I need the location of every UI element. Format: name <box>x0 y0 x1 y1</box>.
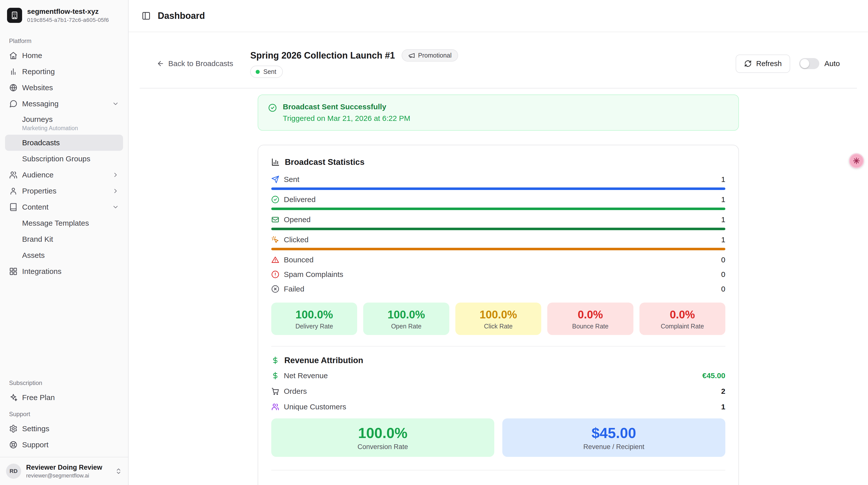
stat-label: Sent <box>284 175 299 184</box>
megaphone-icon <box>408 52 415 59</box>
tile-value: 100.0% <box>271 425 494 441</box>
chevron-right-icon <box>112 171 119 178</box>
bar-chart-icon <box>9 67 18 76</box>
content: Back to Broadcasts Spring 2026 Collectio… <box>129 32 868 485</box>
auto-label: Auto <box>824 59 840 68</box>
rate-label: Delivery Rate <box>271 323 357 330</box>
users-icon <box>9 171 18 179</box>
sidebar-item-message-templates[interactable]: Message Templates <box>5 215 123 231</box>
sidebar-item-broadcasts[interactable]: Broadcasts <box>5 135 123 151</box>
sidebar-item-brand-kit[interactable]: Brand Kit <box>5 231 123 247</box>
floating-presence-widget[interactable] <box>849 153 864 169</box>
user-icon <box>9 187 18 195</box>
rate-tiles: 100.0% Delivery Rate 100.0% Open Rate 10… <box>271 303 725 335</box>
revenue-tiles: 100.0% Conversion Rate $45.00 Revenue / … <box>271 418 725 457</box>
sidebar-item-messaging[interactable]: Messaging <box>5 96 123 112</box>
rate-tile-delivery: 100.0% Delivery Rate <box>271 303 357 335</box>
sidebar-nav: Platform Home Reporting Websites Messagi… <box>0 28 128 457</box>
stat-label: Clicked <box>284 236 308 244</box>
chevron-down-icon <box>112 100 119 107</box>
stat-row-spam-complaints: Spam Complaints 0 <box>271 269 725 280</box>
users-icon <box>271 403 279 411</box>
check-circle-icon <box>271 195 279 204</box>
sidebar-item-settings[interactable]: Settings <box>5 421 123 437</box>
rate-value: 0.0% <box>547 308 633 321</box>
rate-tile-complaint: 0.0% Complaint Rate <box>640 303 725 335</box>
sidebar-item-content[interactable]: Content <box>5 199 123 215</box>
journeys-sublabel: Marketing Automation <box>22 125 119 132</box>
sidebar-spacer <box>5 279 123 374</box>
stat-label: Failed <box>284 285 304 293</box>
rate-label: Open Rate <box>363 323 449 330</box>
chevrons-up-down-icon <box>115 468 122 475</box>
rate-value: 0.0% <box>640 308 725 321</box>
life-buoy-icon <box>9 441 18 449</box>
stat-label: Spam Complaints <box>284 270 343 279</box>
stat-label: Opened <box>284 215 311 224</box>
sidebar-item-reporting[interactable]: Reporting <box>5 64 123 80</box>
user-menu[interactable]: RD Reviewer Doing Review reviewer@segmen… <box>0 457 128 485</box>
workspace-name: segmentflow-test-xyz <box>27 7 109 16</box>
send-icon <box>271 175 279 183</box>
sidebar-item-properties[interactable]: Properties <box>5 183 123 199</box>
sidebar-item-audience[interactable]: Audience <box>5 167 123 183</box>
workspace-id: 019c8545-a7b1-72c6-a605-05f6 <box>27 17 109 23</box>
mail-icon <box>271 216 279 224</box>
globe-icon <box>9 84 18 92</box>
revenue-row-orders: Orders 2 <box>271 386 725 397</box>
topbar: Dashboard <box>129 0 868 32</box>
auto-refresh-toggle[interactable] <box>799 58 819 69</box>
sidebar-item-subscription-groups[interactable]: Subscription Groups <box>5 151 123 167</box>
tile-value: $45.00 <box>502 425 725 441</box>
stat-value: 1 <box>721 195 725 204</box>
sidebar-item-assets[interactable]: Assets <box>5 247 123 263</box>
check-circle-icon <box>268 103 277 112</box>
rate-label: Click Rate <box>455 323 541 330</box>
revenue-label: Orders <box>284 387 307 396</box>
book-icon <box>9 203 18 211</box>
back-to-broadcasts-link[interactable]: Back to Broadcasts <box>157 59 233 68</box>
statistics-card: Broadcast Statistics Sent 1 Delivered 1 <box>258 145 739 485</box>
revenue-label: Net Revenue <box>284 371 328 380</box>
stat-value: 0 <box>721 255 725 264</box>
stat-row-opened: Opened 1 <box>271 214 725 230</box>
sidebar-item-free-plan[interactable]: Free Plan <box>5 390 123 405</box>
chevron-down-icon <box>112 204 119 211</box>
alert-title: Broadcast Sent Successfully <box>283 102 410 111</box>
broadcast-title-block: Spring 2026 Collection Launch #1 Promoti… <box>250 49 458 78</box>
refresh-icon <box>744 60 752 67</box>
gear-icon <box>9 424 18 433</box>
mouse-click-icon <box>271 236 279 244</box>
rate-value: 100.0% <box>455 308 541 321</box>
revenue-value: €45.00 <box>702 371 725 380</box>
statistics-card-title: Broadcast Statistics <box>271 157 725 167</box>
refresh-button[interactable]: Refresh <box>736 55 790 73</box>
sidebar-item-journeys[interactable]: Journeys Marketing Automation <box>5 112 123 135</box>
promotional-badge: Promotional <box>402 49 458 62</box>
workspace-switcher[interactable]: segmentflow-test-xyz 019c8545-a7b1-72c6-… <box>0 0 128 28</box>
sidebar-item-home[interactable]: Home <box>5 48 123 64</box>
sidebar-item-websites[interactable]: Websites <box>5 80 123 96</box>
sidebar-toggle-icon[interactable] <box>142 11 151 20</box>
stat-label: Bounced <box>284 255 313 264</box>
bar-chart-icon <box>271 158 280 166</box>
alert-message: Triggered on Mar 21, 2026 at 6:22 PM <box>283 114 410 123</box>
sparkles-icon <box>9 393 18 402</box>
broadcast-header: Back to Broadcasts Spring 2026 Collectio… <box>129 32 868 78</box>
stat-label: Delivered <box>284 195 316 204</box>
toggle-knob <box>800 59 809 68</box>
dollar-icon <box>271 356 279 364</box>
stat-row-sent: Sent 1 <box>271 174 725 190</box>
status-badge: Sent <box>250 66 283 78</box>
rate-tile-click: 100.0% Click Rate <box>455 303 541 335</box>
sidebar-item-integrations[interactable]: Integrations <box>5 263 123 279</box>
progress-bar <box>271 228 725 230</box>
sidebar-item-support[interactable]: Support <box>5 437 123 453</box>
section-label-support: Support <box>5 405 123 421</box>
home-icon <box>9 51 18 60</box>
conversion-rate-tile: 100.0% Conversion Rate <box>271 418 494 457</box>
stat-value: 1 <box>721 236 725 244</box>
broadcast-title: Spring 2026 Collection Launch #1 <box>250 50 395 61</box>
stat-value: 0 <box>721 285 725 293</box>
progress-bar <box>271 208 725 210</box>
